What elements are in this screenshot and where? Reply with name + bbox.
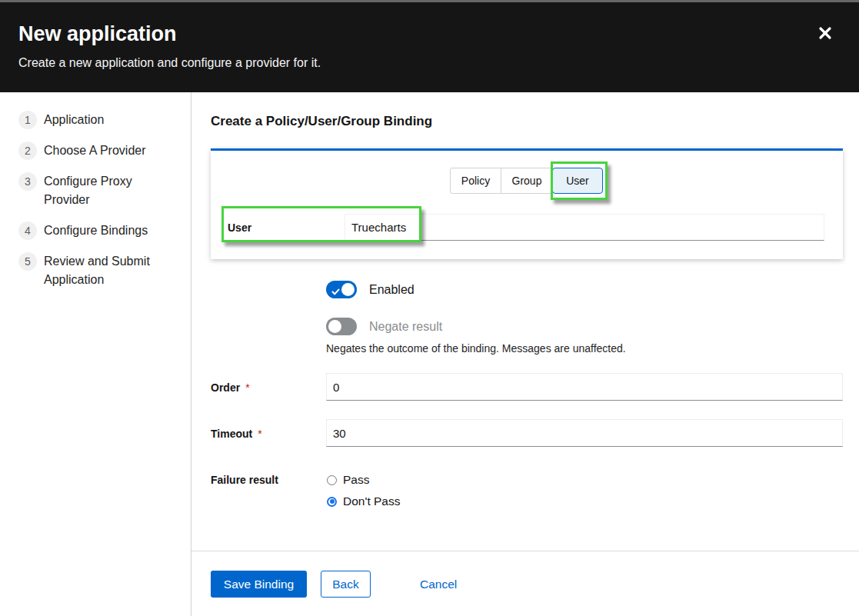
wizard-content: Create a Policy/User/Group Binding Polic… <box>191 92 859 616</box>
toggle-knob <box>341 283 355 296</box>
required-asterisk: * <box>258 428 261 440</box>
user-select[interactable]: Truecharts <box>345 214 824 241</box>
pass-radio[interactable] <box>327 475 337 485</box>
negate-result-label: Negate result <box>369 320 442 333</box>
timeout-label: Timeout* <box>211 428 262 440</box>
step-label: Choose A Provider <box>37 142 146 160</box>
negate-result-toggle[interactable] <box>326 318 357 335</box>
timeout-input[interactable] <box>326 419 843 447</box>
binding-type-card <box>211 148 843 259</box>
footer-actions: Save Binding Back Cancel <box>211 571 457 598</box>
wizard-subtitle: Create a new application and configure a… <box>18 55 321 71</box>
enabled-label: Enabled <box>369 283 415 296</box>
wizard-step-nav: 1 Application 2 Choose A Provider 3 Conf… <box>0 92 191 616</box>
dont-pass-radio-label: Don't Pass <box>343 495 400 508</box>
step-number-badge: 5 <box>18 252 37 271</box>
step-number-badge: 4 <box>18 221 37 240</box>
step-label: Configure Bindings <box>37 221 148 240</box>
close-icon <box>817 25 834 42</box>
order-label-text: Order <box>211 381 240 394</box>
step-label: Application <box>37 111 104 129</box>
tab-policy[interactable]: Policy <box>450 168 501 194</box>
wizard-header: New application Create a new application… <box>0 2 859 92</box>
check-icon <box>331 285 340 299</box>
failure-result-option-dont-pass: Don't Pass <box>327 495 400 508</box>
required-asterisk: * <box>245 381 249 394</box>
save-binding-button[interactable]: Save Binding <box>211 571 307 598</box>
timeout-label-text: Timeout <box>211 428 252 440</box>
step-number-badge: 3 <box>18 172 37 191</box>
wizard-step-application[interactable]: 1 Application <box>18 111 183 129</box>
order-input[interactable] <box>326 373 843 401</box>
step-number-badge: 2 <box>18 142 37 160</box>
dont-pass-radio[interactable] <box>327 497 337 507</box>
binding-type-toggle-group: Policy Group User <box>450 168 603 194</box>
cancel-button[interactable]: Cancel <box>420 578 457 591</box>
binding-form-heading: Create a Policy/User/Group Binding <box>211 114 432 128</box>
enabled-toggle[interactable] <box>326 281 357 298</box>
tab-group[interactable]: Group <box>501 168 553 194</box>
step-label: Review and Submit Application <box>37 252 154 289</box>
wizard-step-choose-provider[interactable]: 2 Choose A Provider <box>18 142 183 160</box>
failure-result-option-pass: Pass <box>327 474 369 486</box>
user-field-label: User <box>228 222 251 233</box>
wizard-step-configure-bindings[interactable]: 4 Configure Bindings <box>18 221 183 240</box>
step-number-badge: 1 <box>18 111 37 129</box>
order-label: Order* <box>211 382 250 394</box>
failure-result-label: Failure result <box>211 474 278 486</box>
wizard-title: New application <box>18 22 177 45</box>
pass-radio-label: Pass <box>343 474 369 486</box>
toggle-knob <box>328 320 341 333</box>
back-button[interactable]: Back <box>321 571 371 598</box>
wizard-step-review-submit[interactable]: 5 Review and Submit Application <box>18 252 183 289</box>
step-label: Configure Proxy Provider <box>37 172 154 209</box>
negate-result-helper-text: Negates the outcome of the binding. Mess… <box>326 343 626 355</box>
tab-user[interactable]: User <box>552 168 603 194</box>
close-button[interactable] <box>817 25 834 42</box>
footer-divider <box>191 551 859 551</box>
wizard-step-configure-proxy-provider[interactable]: 3 Configure Proxy Provider <box>18 172 183 209</box>
